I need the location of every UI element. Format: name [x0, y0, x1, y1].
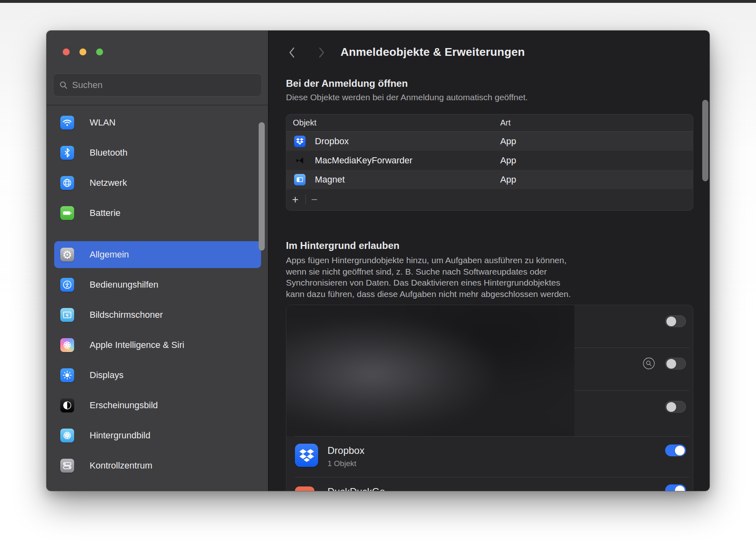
button-divider — [305, 195, 306, 205]
background-item-name: Dropbox — [327, 445, 365, 456]
accessibility-icon — [60, 278, 74, 292]
sidebar: Suchen WLAN Bluetooth — [46, 31, 269, 491]
page-title: Anmeldeobjekte & Erweiterungen — [341, 46, 525, 59]
table-row[interactable]: MacMediaKeyForwarder App — [286, 151, 693, 170]
login-section-subtitle: Diese Objekte werden bei der Anmeldung a… — [286, 92, 528, 102]
sidebar-item-batterie[interactable]: Batterie — [46, 198, 269, 228]
appearance-icon — [60, 398, 74, 412]
background-item-toggle[interactable] — [665, 484, 686, 491]
desktop-top-strip — [0, 0, 756, 3]
sidebar-item-label: Displays — [90, 370, 123, 381]
main-panel: Anmeldeobjekte & Erweiterungen Bei der A… — [269, 31, 710, 491]
close-button[interactable] — [63, 48, 70, 55]
screensaver-icon — [60, 308, 74, 322]
login-section-title: Bei der Anmeldung öffnen — [286, 78, 408, 89]
background-item-toggle[interactable] — [665, 358, 686, 370]
background-item-toggle[interactable] — [665, 401, 686, 413]
sidebar-item-allgemein[interactable]: ⚙ Allgemein — [46, 240, 269, 270]
background-item-name: DuckDuckGo — [327, 486, 385, 491]
redacted-blurred-area — [286, 305, 574, 436]
background-item-toggle[interactable] — [665, 444, 686, 456]
sidebar-item-bluetooth[interactable]: Bluetooth — [46, 138, 269, 168]
background-items-card: Dropbox 1 Objekt DuckDuckGo — [286, 305, 693, 491]
wallpaper-icon — [60, 429, 74, 442]
login-item-name: MacMediaKeyForwarder — [315, 155, 413, 166]
sidebar-item-label: Hintergrundbild — [90, 430, 150, 441]
row-divider — [295, 477, 689, 477]
forward-button[interactable] — [314, 46, 328, 59]
table-row[interactable]: Dropbox App — [286, 132, 693, 151]
row-divider — [574, 390, 689, 391]
main-scrollbar[interactable] — [702, 100, 708, 181]
sidebar-item-kontrollzentrum[interactable]: Kontrollzentrum — [46, 451, 269, 481]
table-footer: + − — [286, 189, 693, 211]
dropbox-icon — [294, 136, 305, 147]
column-header-art: Art — [500, 118, 511, 128]
sidebar-nav: WLAN Bluetooth Netzwerk — [46, 108, 269, 481]
sidebar-item-erscheinungsbild[interactable]: Erscheinungsbild — [46, 390, 269, 420]
sidebar-item-displays[interactable]: Displays — [46, 360, 269, 390]
background-section-description: Apps fügen Hintergrundobjekte hinzu, um … — [286, 255, 574, 299]
sidebar-item-label: Erscheinungsbild — [90, 400, 158, 411]
background-item-toggle[interactable] — [665, 315, 686, 327]
background-section-title: Im Hintergrund erlauben — [286, 240, 400, 251]
sidebar-item-bildschirmschoner[interactable]: Bildschirmschoner — [46, 300, 269, 330]
sidebar-divider — [46, 105, 269, 106]
column-header-objekt: Objekt — [286, 118, 316, 128]
login-item-type: App — [500, 155, 516, 166]
background-item-detail: 1 Objekt — [327, 459, 356, 468]
table-header: Objekt Art — [286, 114, 693, 132]
login-item-name: Dropbox — [315, 136, 349, 147]
battery-icon — [60, 206, 74, 220]
login-item-type: App — [500, 174, 516, 185]
back-button[interactable] — [285, 46, 299, 59]
table-row[interactable]: Magnet App — [286, 170, 693, 189]
sun-icon — [60, 368, 74, 382]
search-icon — [59, 81, 68, 90]
sidebar-item-label: Bluetooth — [90, 147, 127, 158]
system-settings-window: Suchen WLAN Bluetooth — [46, 31, 710, 491]
row-divider — [295, 436, 689, 437]
zoom-button[interactable] — [96, 48, 103, 55]
control-center-icon — [60, 459, 74, 473]
minimize-button[interactable] — [79, 48, 86, 55]
sidebar-item-wlan[interactable]: WLAN — [46, 108, 269, 138]
login-items-table: Objekt Art Dropbox App MacMediaKeyForwar… — [286, 114, 693, 211]
sidebar-item-label: Allgemein — [90, 249, 129, 260]
sidebar-item-hintergrundbild[interactable]: Hintergrundbild — [46, 420, 269, 451]
sidebar-item-label: Kontrollzentrum — [90, 460, 152, 471]
row-divider — [574, 348, 689, 348]
chevron-right-icon — [317, 46, 326, 59]
bluetooth-icon — [60, 146, 74, 160]
sidebar-item-label: Bildschirmschoner — [90, 310, 163, 320]
sidebar-item-label: Bedienungshilfen — [90, 279, 158, 290]
sidebar-item-netzwerk[interactable]: Netzwerk — [46, 168, 269, 198]
sidebar-item-label: Batterie — [90, 208, 121, 218]
window-controls — [63, 48, 103, 55]
login-item-name: Magnet — [315, 174, 345, 185]
sidebar-item-label: Apple Intelligence & Siri — [90, 340, 184, 350]
add-login-item-button[interactable]: + — [288, 189, 303, 211]
sidebar-item-apple-intelligence-siri[interactable]: Apple Intelligence & Siri — [46, 330, 269, 360]
dropbox-icon — [295, 444, 318, 467]
gear-icon: ⚙ — [60, 248, 74, 262]
magnet-icon — [294, 174, 305, 185]
sidebar-item-bedienungshilfen[interactable]: Bedienungshilfen — [46, 270, 269, 300]
circled-magnifier-icon — [642, 357, 655, 370]
siri-icon — [60, 338, 74, 352]
globe-icon — [60, 176, 74, 190]
search-input[interactable]: Suchen — [53, 73, 262, 97]
macmediakeyforwarder-icon — [294, 155, 305, 166]
remove-login-item-button[interactable]: − — [307, 189, 322, 211]
search-placeholder: Suchen — [72, 80, 103, 90]
duckduckgo-icon — [295, 486, 314, 491]
wifi-icon — [60, 116, 74, 130]
sidebar-scrollbar[interactable] — [259, 122, 265, 251]
sidebar-item-label: Netzwerk — [90, 178, 127, 188]
sidebar-item-label: WLAN — [90, 117, 116, 128]
login-item-type: App — [500, 136, 516, 147]
chevron-left-icon — [288, 46, 297, 59]
